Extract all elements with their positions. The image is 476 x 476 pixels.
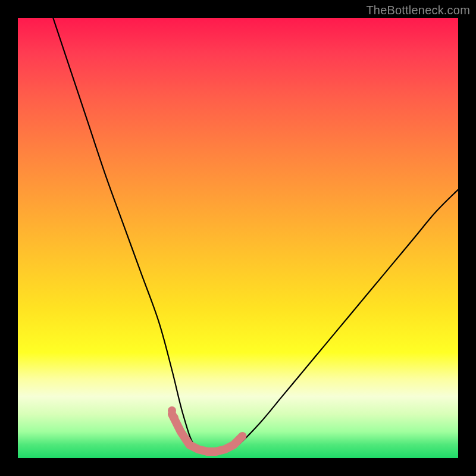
svg-point-1 — [170, 414, 178, 422]
chart-container: TheBottleneck.com — [0, 0, 476, 476]
bottom-marker-band — [168, 406, 242, 452]
watermark-text: TheBottleneck.com — [366, 4, 470, 17]
svg-point-0 — [168, 406, 176, 415]
bottleneck-curve — [53, 18, 458, 455]
plot-area — [18, 18, 458, 458]
chart-svg — [18, 18, 458, 458]
